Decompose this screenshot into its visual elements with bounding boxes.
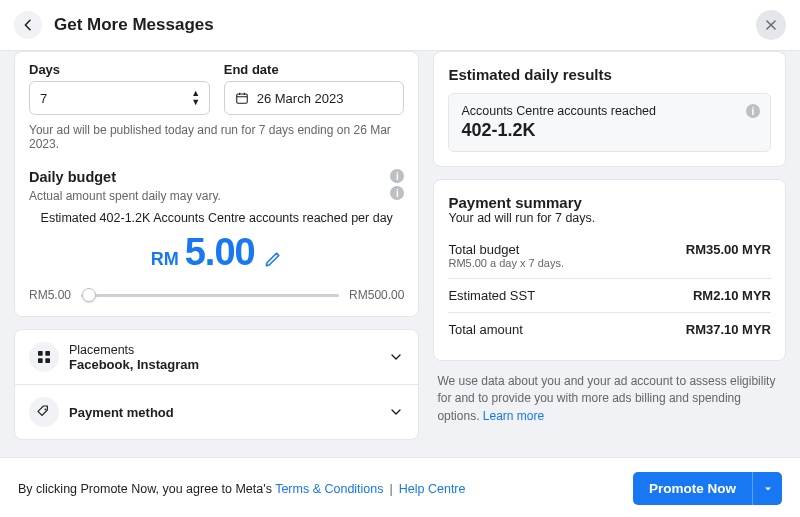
pay-label: Estimated SST [448, 288, 535, 303]
help-centre-link[interactable]: Help Centre [399, 482, 466, 496]
chevron-down-icon [388, 404, 404, 420]
pencil-icon [263, 249, 283, 269]
caret-down-icon [762, 483, 774, 495]
learn-more-link[interactable]: Learn more [483, 409, 544, 423]
enddate-input[interactable]: 26 March 2023 [224, 81, 405, 115]
pay-sub: RM5.00 a day x 7 days. [448, 257, 564, 269]
right-column: Estimated daily results Accounts Centre … [433, 51, 786, 443]
disclaimer-text: We use data about you and your ad accoun… [433, 373, 786, 425]
placements-label: Placements [69, 343, 199, 357]
budget-title: Daily budget [29, 169, 221, 185]
pay-value: RM37.10 MYR [686, 322, 771, 337]
enddate-label: End date [224, 62, 405, 77]
slider-max: RM500.00 [349, 288, 404, 302]
grid-icon [29, 342, 59, 372]
stepper-down[interactable]: ▼ [189, 98, 203, 107]
publish-note: Your ad will be published today and run … [29, 123, 404, 151]
svg-rect-2 [45, 351, 50, 356]
info-icon[interactable]: i [390, 169, 404, 183]
reach-box: Accounts Centre accounts reached 402-1.2… [448, 93, 771, 152]
close-icon [764, 18, 778, 32]
slider-track [81, 294, 339, 297]
slider-knob[interactable] [82, 288, 96, 302]
amount-value: 5.00 [185, 231, 255, 274]
pay-row-sst: Estimated SST RM2.10 MYR [448, 278, 771, 312]
arrow-left-icon [20, 17, 36, 33]
pay-label: Total amount [448, 322, 522, 337]
pay-value: RM35.00 MYR [686, 242, 771, 269]
pay-value: RM2.10 MYR [693, 288, 771, 303]
placements-row[interactable]: Placements Facebook, Instagram [15, 330, 418, 384]
svg-rect-4 [45, 358, 50, 363]
budget-amount-display: RM 5.00 [29, 231, 404, 274]
summary-subtitle: Your ad will run for 7 days. [448, 211, 771, 225]
svg-rect-0 [236, 94, 247, 103]
pay-label: Total budget [448, 242, 564, 257]
pay-row-total-budget: Total budget RM5.00 a day x 7 days. RM35… [448, 233, 771, 278]
separator: | [390, 482, 393, 496]
promote-dropdown-button[interactable] [752, 472, 782, 505]
options-card: Placements Facebook, Instagram Payment m… [14, 329, 419, 440]
back-button[interactable] [14, 11, 42, 39]
footer-text: By clicking Promote Now, you agree to Me… [18, 482, 465, 496]
duration-card: Days 7 ▲ ▼ End date 26 March 2023 [14, 51, 419, 317]
header: Get More Messages [0, 0, 800, 51]
terms-link[interactable]: Terms & Conditions [275, 482, 383, 496]
calendar-icon [235, 91, 249, 105]
pay-row-total: Total amount RM37.10 MYR [448, 312, 771, 346]
footer: By clicking Promote Now, you agree to Me… [0, 457, 800, 517]
edit-amount-button[interactable] [263, 249, 283, 269]
estimated-results-card: Estimated daily results Accounts Centre … [433, 51, 786, 167]
info-icon[interactable]: i [390, 186, 404, 200]
currency-label: RM [151, 249, 179, 270]
summary-title: Payment summary [448, 194, 771, 211]
estimated-title: Estimated daily results [448, 66, 771, 83]
svg-point-5 [44, 408, 46, 410]
enddate-value: 26 March 2023 [257, 91, 344, 106]
days-input[interactable]: 7 ▲ ▼ [29, 81, 210, 115]
svg-rect-1 [38, 351, 43, 356]
svg-rect-3 [38, 358, 43, 363]
days-value: 7 [40, 91, 47, 106]
reach-value: 402-1.2K [461, 120, 758, 141]
main-content: Days 7 ▲ ▼ End date 26 March 2023 [0, 51, 800, 457]
left-column: Days 7 ▲ ▼ End date 26 March 2023 [14, 51, 419, 443]
info-icon[interactable]: i [746, 104, 760, 118]
budget-estimate: Estimated 402-1.2K Accounts Centre accou… [29, 211, 404, 225]
payment-method-label: Payment method [69, 405, 174, 420]
budget-subtitle: Actual amount spent daily may vary. [29, 189, 221, 203]
days-label: Days [29, 62, 210, 77]
close-button[interactable] [756, 10, 786, 40]
promote-now-button[interactable]: Promote Now [633, 472, 752, 505]
payment-method-row[interactable]: Payment method [15, 384, 418, 439]
reach-label: Accounts Centre accounts reached [461, 104, 758, 118]
page-title: Get More Messages [54, 15, 214, 35]
footer-prefix: By clicking Promote Now, you agree to Me… [18, 482, 275, 496]
slider-min: RM5.00 [29, 288, 71, 302]
payment-summary-card: Payment summary Your ad will run for 7 d… [433, 179, 786, 361]
tag-icon [29, 397, 59, 427]
chevron-down-icon [388, 349, 404, 365]
budget-slider[interactable] [81, 289, 339, 301]
placements-value: Facebook, Instagram [69, 357, 199, 372]
